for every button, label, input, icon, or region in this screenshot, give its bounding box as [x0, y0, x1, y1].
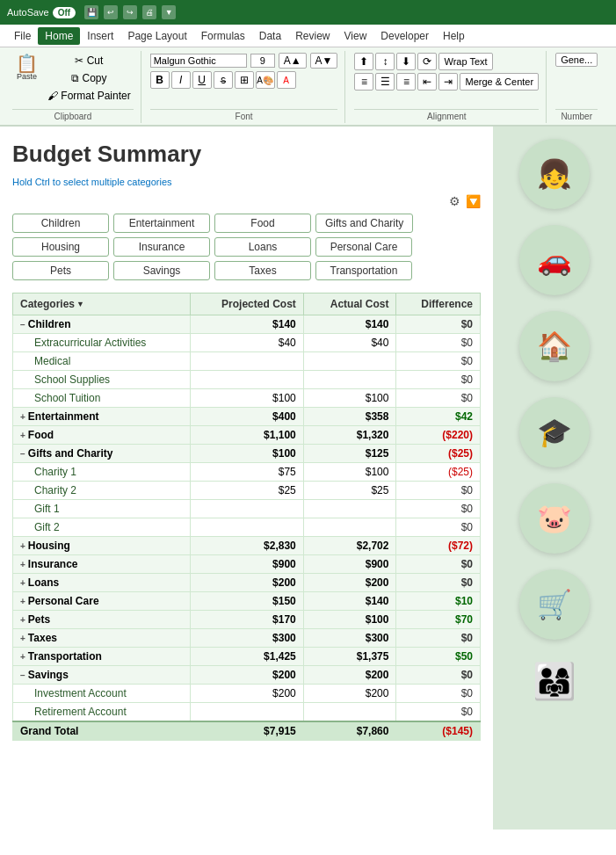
- strikethrough-button[interactable]: S̶: [214, 71, 233, 89]
- expand-icon[interactable]: +: [20, 597, 25, 606]
- align-top[interactable]: ⬆: [354, 53, 373, 70]
- pill-taxes[interactable]: Taxes: [214, 261, 311, 280]
- filter-note: Hold Ctrl to select multiple categories: [12, 177, 481, 187]
- pill-pets[interactable]: Pets: [12, 261, 109, 280]
- expand-icon[interactable]: +: [20, 541, 25, 551]
- filter-icon[interactable]: 🔽: [466, 194, 481, 208]
- number-format-button[interactable]: Gene...: [555, 53, 598, 67]
- row-sub-diff: $0: [396, 389, 481, 408]
- expand-icon[interactable]: +: [20, 615, 25, 625]
- font-size-increase[interactable]: A▲: [279, 53, 307, 69]
- row-diff: $0: [396, 555, 481, 574]
- font-content: A▲ A▼ B I U S̶ ⊞ A🎨 A: [150, 53, 338, 107]
- paste-button[interactable]: 📋 Paste: [12, 53, 41, 83]
- expand-icon[interactable]: −: [20, 449, 25, 459]
- grand-total-projected: $7,915: [191, 721, 303, 741]
- menu-home[interactable]: Home: [38, 27, 80, 45]
- pill-entertainment[interactable]: Entertainment: [113, 214, 210, 233]
- page-title: Budget Summary: [12, 141, 481, 168]
- orientation[interactable]: ⟳: [417, 53, 437, 70]
- pill-personal-care[interactable]: Personal Care: [315, 237, 412, 257]
- expand-icon[interactable]: +: [20, 431, 25, 440]
- menu-view[interactable]: View: [337, 27, 374, 45]
- font-size-input[interactable]: [250, 54, 275, 68]
- table-row: −Savings $200 $200 $0: [13, 666, 481, 685]
- align-left[interactable]: ≡: [354, 73, 373, 91]
- increase-indent[interactable]: ⇥: [438, 73, 458, 91]
- merge-center-button[interactable]: Merge & Center: [460, 73, 539, 91]
- pill-children[interactable]: Children: [12, 214, 109, 233]
- deco-car: 🚗: [519, 225, 590, 295]
- pill-transportation[interactable]: Transportation: [315, 261, 412, 280]
- fill-color-button[interactable]: A🎨: [256, 71, 275, 89]
- grand-total-row: Grand Total $7,915 $7,860 ($145): [13, 721, 481, 741]
- row-projected: $200: [191, 666, 303, 685]
- row-projected: $150: [191, 592, 303, 611]
- pill-loans[interactable]: Loans: [214, 237, 311, 257]
- wrap-text-button[interactable]: Wrap Text: [438, 53, 492, 70]
- table-row: +Taxes $300 $300 $0: [13, 629, 481, 648]
- italic-button[interactable]: I: [171, 71, 191, 89]
- border-button[interactable]: ⊞: [235, 71, 254, 89]
- menu-file[interactable]: File: [7, 27, 38, 45]
- font-name-input[interactable]: [150, 54, 247, 68]
- menu-data[interactable]: Data: [252, 27, 288, 45]
- pill-insurance[interactable]: Insurance: [113, 237, 210, 257]
- align-bottom[interactable]: ⬇: [396, 53, 416, 70]
- settings-icon[interactable]: ⚙: [449, 194, 460, 208]
- row-diff: ($25): [396, 445, 481, 463]
- row-sub-name: Investment Account: [13, 685, 191, 703]
- undo-icon[interactable]: ↩: [104, 5, 118, 19]
- table-header-row: Categories ▼ Projected Cost Actual Cost …: [13, 293, 481, 315]
- align-right[interactable]: ≡: [396, 73, 416, 91]
- expand-icon[interactable]: +: [20, 652, 25, 662]
- row-diff: $42: [396, 408, 481, 426]
- expand-icon[interactable]: +: [20, 560, 25, 569]
- col-categories[interactable]: Categories ▼: [13, 293, 191, 315]
- save-icon[interactable]: 💾: [84, 5, 98, 19]
- menu-insert[interactable]: Insert: [80, 27, 120, 45]
- row-projected: $100: [191, 445, 303, 463]
- row-actual: $300: [303, 629, 396, 648]
- pill-savings[interactable]: Savings: [113, 261, 210, 280]
- pill-food[interactable]: Food: [214, 214, 311, 233]
- menu-developer[interactable]: Developer: [373, 27, 436, 45]
- row-sub-diff: $0: [396, 482, 481, 500]
- row-diff: $10: [396, 592, 481, 611]
- row-sub-actual: $40: [303, 334, 396, 352]
- pill-housing[interactable]: Housing: [12, 237, 109, 257]
- cut-button[interactable]: ✂ Cut: [45, 53, 134, 69]
- menu-page-layout[interactable]: Page Layout: [120, 27, 193, 45]
- customize-icon[interactable]: ▼: [162, 5, 176, 19]
- expand-icon[interactable]: +: [20, 578, 25, 588]
- expand-icon[interactable]: +: [20, 634, 25, 643]
- row-name: +Housing: [13, 537, 191, 555]
- grand-total-diff: ($145): [396, 721, 481, 741]
- align-center[interactable]: ☰: [375, 73, 395, 91]
- format-btns-row: B I U S̶ ⊞ A🎨 A: [150, 71, 296, 89]
- row-sub-name: Gift 1: [13, 500, 191, 518]
- expand-icon[interactable]: +: [20, 412, 25, 422]
- categories-filter-arrow[interactable]: ▼: [76, 300, 84, 308]
- menu-review[interactable]: Review: [288, 27, 337, 45]
- autosave-toggle[interactable]: Off: [53, 7, 76, 18]
- menu-help[interactable]: Help: [436, 27, 472, 45]
- print-icon[interactable]: 🖨: [142, 5, 156, 19]
- bold-button[interactable]: B: [150, 71, 170, 89]
- menu-formulas[interactable]: Formulas: [194, 27, 252, 45]
- row-projected: $400: [191, 408, 303, 426]
- decrease-indent[interactable]: ⇤: [417, 73, 437, 91]
- row-sub-projected: $25: [191, 482, 303, 500]
- expand-icon[interactable]: −: [20, 670, 25, 680]
- underline-button[interactable]: U: [192, 71, 212, 89]
- align-middle[interactable]: ↕: [375, 53, 395, 70]
- copy-button[interactable]: ⧉ Copy: [45, 70, 134, 86]
- deco-education: 🎓: [519, 397, 590, 467]
- redo-icon[interactable]: ↪: [123, 5, 137, 19]
- expand-icon[interactable]: −: [20, 320, 25, 330]
- font-color-button[interactable]: A: [277, 71, 296, 89]
- font-size-decrease[interactable]: A▼: [310, 53, 338, 69]
- format-painter-button[interactable]: 🖌 Format Painter: [45, 88, 134, 104]
- row-actual: $1,320: [303, 426, 396, 445]
- pill-gifts-charity[interactable]: Gifts and Charity: [315, 214, 413, 233]
